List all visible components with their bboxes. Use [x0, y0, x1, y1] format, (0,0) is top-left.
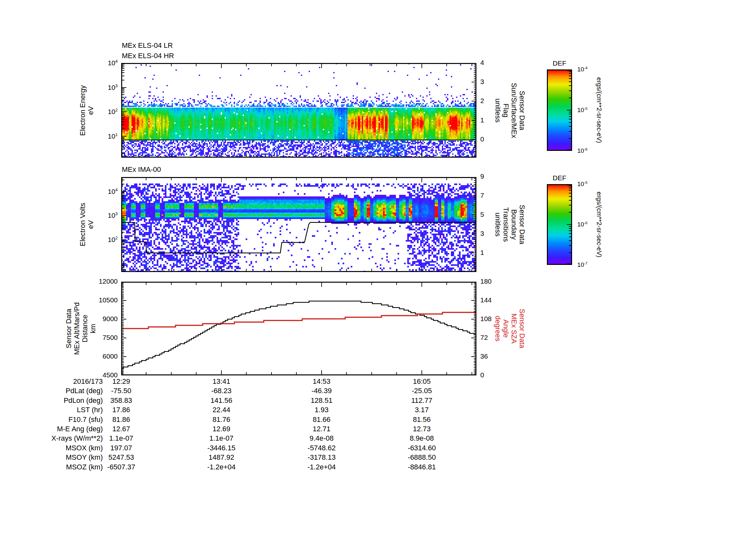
ima-colorbar	[547, 184, 572, 265]
dist-right-tick-144: 144	[480, 296, 506, 304]
table-value: -25.05	[393, 387, 451, 395]
colorbar1-tick-label: 10-4	[577, 65, 588, 73]
ima-right-tick-7: 7	[480, 191, 506, 199]
table-value: -3178.13	[292, 453, 351, 462]
table-value: -1.2e+04	[192, 463, 251, 471]
table-value: -1.2e+04	[292, 463, 351, 471]
colorbar2-tick-label: 10-6	[577, 221, 588, 228]
table-value: 112.77	[393, 396, 451, 405]
table-row-label: F10.7 (sfu)	[15, 416, 103, 424]
table-value: 1.1e-07	[92, 434, 150, 443]
els-colorbar	[547, 69, 572, 151]
table-value: -6888.50	[393, 453, 451, 462]
dist-ytick-12000: 12000	[87, 277, 118, 285]
dist-right-tick-180: 180	[480, 277, 506, 285]
time-tick-label: 14:53	[292, 377, 351, 386]
table-row-label: MSOX (km)	[15, 444, 103, 452]
ima-colorbar-title: DEF	[547, 174, 572, 182]
ima-panel-title: MEx IMA-00	[122, 165, 161, 174]
table-value: 1487.92	[192, 453, 251, 462]
els-colorbar-title: DEF	[547, 60, 572, 67]
els-panel-title-line1: MEx ELS-04 LR	[122, 41, 173, 50]
els-ytick-10e4: 104	[87, 59, 118, 67]
table-row-label: MSOY (km)	[15, 453, 103, 462]
table-value: -8846.81	[393, 463, 451, 471]
table-row-label: PdLat (deg)	[15, 387, 103, 395]
els-spectrogram-panel	[121, 63, 476, 158]
dist-right-tick-36: 36	[480, 352, 506, 360]
table-row-label: X-rays (W/m**2)	[15, 434, 103, 443]
colorbar2-tick-label: 10-7	[577, 261, 588, 268]
table-value: 5247.53	[92, 453, 150, 462]
els-right-tick-4: 4	[480, 59, 506, 66]
table-value: 12.67	[92, 425, 150, 433]
els-panel-title-line2: MEx ELS-04 HR	[122, 52, 174, 60]
table-value: 358.83	[92, 396, 150, 405]
table-value: 8.9e-08	[393, 434, 451, 443]
table-value: 12.69	[192, 425, 251, 433]
table-value: -6507.37	[92, 463, 150, 471]
time-tick-label: 13:41	[192, 377, 251, 386]
table-value: 9.4e-08	[292, 434, 351, 443]
table-value: 141.56	[192, 396, 251, 405]
table-row-label: 2016/173	[15, 377, 103, 386]
table-value: 22.44	[192, 406, 251, 414]
table-value: -75.50	[92, 387, 150, 395]
table-row-label: PdLon (deg)	[15, 396, 103, 405]
table-value: -3446.15	[192, 444, 251, 452]
table-row-label: MSOZ (km)	[15, 463, 103, 471]
colorbar2-tick-label: 10-5	[577, 180, 588, 188]
table-row-label: M-E Ang (deg)	[15, 425, 103, 433]
table-value: 12.73	[393, 425, 451, 433]
time-tick-label: 16:05	[393, 377, 451, 386]
table-value: 81.76	[192, 416, 251, 424]
ima-right-tick-1: 1	[480, 249, 506, 257]
table-value: 81.86	[92, 416, 150, 424]
colorbar1-tick-label: 10-6	[577, 147, 588, 154]
table-value: -68.23	[192, 387, 251, 395]
distance-sza-line-panel	[121, 282, 476, 375]
ima-right-tick-9: 9	[480, 172, 506, 180]
colorbar1-tick-label: 10-5	[577, 106, 588, 114]
table-value: -46.39	[292, 387, 351, 395]
table-value: 17.86	[92, 406, 150, 414]
table-value: 128.51	[292, 396, 351, 405]
time-tick-label: 12:29	[92, 377, 150, 386]
table-value: 81.56	[393, 416, 451, 424]
ima-spectrogram-panel	[121, 177, 476, 272]
table-value: 1.93	[292, 406, 351, 414]
table-value: 81.66	[292, 416, 351, 424]
table-value: -5748.62	[292, 444, 351, 452]
table-value: 1.1e-07	[192, 434, 251, 443]
mex-orbit-summary-figure: MEx ELS-04 LR MEx ELS-04 HR MEx IMA-00 D…	[0, 0, 756, 534]
table-value: 197.07	[92, 444, 150, 452]
table-value: -6314.60	[393, 444, 451, 452]
table-value: 3.17	[393, 406, 451, 414]
ima-ytick-10e4: 104	[87, 187, 118, 195]
table-row-label: LST (hr)	[15, 406, 103, 414]
table-value: 12.71	[292, 425, 351, 433]
dist-right-tick-0: 0	[480, 371, 506, 379]
